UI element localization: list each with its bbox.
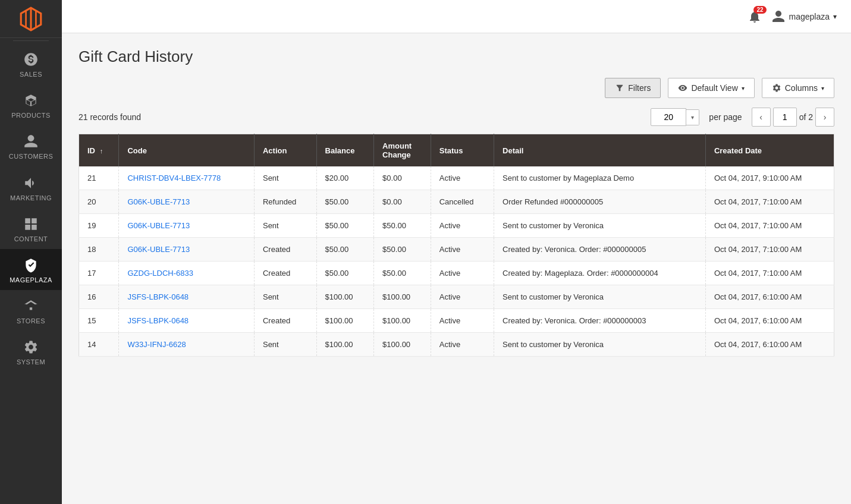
toolbar: Filters Default View ▾ Columns ▾	[78, 78, 834, 98]
per-page-arrow-icon[interactable]: ▾	[686, 109, 699, 125]
cell-detail: Sent to customer by Veronica	[494, 214, 706, 238]
default-view-label: Default View	[691, 83, 737, 93]
topbar-right: 22 mageplaza ▾	[748, 10, 837, 24]
col-amount-change[interactable]: AmountChange	[374, 134, 431, 167]
table-row: 14 W33J-IFNJ-6628 Sent $100.00 $100.00 A…	[79, 333, 834, 357]
code-link[interactable]: W33J-IFNJ-6628	[127, 340, 186, 349]
code-link[interactable]: JSFS-LBPK-0648	[127, 292, 189, 301]
cell-amount-change: $0.00	[374, 190, 431, 214]
cell-detail: Sent to customer by Mageplaza Demo	[494, 166, 706, 190]
table-header-row: ID ↑ Code Action Balance AmountChange St…	[79, 134, 834, 167]
megaphone-icon	[23, 175, 39, 191]
cell-code[interactable]: GZDG-LDCH-6833	[119, 262, 254, 285]
cell-action: Refunded	[254, 190, 316, 214]
cell-code[interactable]: CHRIST-DBV4-LBEX-7778	[119, 166, 254, 190]
cell-detail: Order Refunded #000000005	[494, 190, 706, 214]
cell-status: Active	[431, 214, 494, 238]
page-nav: ‹ of 2 ›	[752, 108, 834, 127]
gear-icon	[23, 339, 39, 355]
code-link[interactable]: GZDG-LDCH-6833	[127, 269, 193, 278]
page-number-input[interactable]	[773, 108, 797, 127]
cell-code[interactable]: JSFS-LBPK-0648	[119, 309, 254, 333]
columns-button[interactable]: Columns ▾	[762, 78, 834, 98]
cell-created-date: Oct 04, 2017, 6:10:00 AM	[705, 285, 834, 309]
filter-icon	[615, 83, 624, 93]
user-menu-button[interactable]: mageplaza ▾	[771, 10, 837, 24]
col-detail[interactable]: Detail	[494, 134, 706, 167]
cell-detail: Sent to customer by Veronica	[494, 285, 706, 309]
cell-amount-change: $100.00	[374, 309, 431, 333]
filters-button-label: Filters	[628, 83, 651, 93]
per-page-select[interactable]: 20 50 100 200 ▾	[651, 108, 699, 126]
cell-code[interactable]: G06K-UBLE-7713	[119, 190, 254, 214]
dollar-icon	[23, 52, 39, 67]
default-view-button[interactable]: Default View ▾	[668, 78, 754, 98]
prev-page-button[interactable]: ‹	[752, 108, 771, 127]
table-row: 18 G06K-UBLE-7713 Created $50.00 $50.00 …	[79, 238, 834, 262]
sidebar-item-marketing[interactable]: MARKETING	[0, 167, 62, 208]
cell-id: 16	[79, 285, 119, 309]
cell-status: Active	[431, 309, 494, 333]
notifications-button[interactable]: 22	[748, 10, 762, 24]
page-of-label: of 2	[799, 112, 813, 122]
next-page-button[interactable]: ›	[815, 108, 834, 127]
sidebar-item-content[interactable]: CONTENT	[0, 208, 62, 249]
cell-code[interactable]: W33J-IFNJ-6628	[119, 333, 254, 357]
table-row: 16 JSFS-LBPK-0648 Sent $100.00 $100.00 A…	[79, 285, 834, 309]
table-row: 17 GZDG-LDCH-6833 Created $50.00 $50.00 …	[79, 262, 834, 285]
cell-code[interactable]: JSFS-LBPK-0648	[119, 285, 254, 309]
person-icon	[23, 134, 39, 149]
cell-status: Active	[431, 262, 494, 285]
sidebar-item-mageplaza[interactable]: MAGEPLAZA	[0, 249, 62, 290]
cell-action: Created	[254, 238, 316, 262]
code-link[interactable]: CHRIST-DBV4-LBEX-7778	[127, 174, 221, 182]
col-id[interactable]: ID ↑	[79, 134, 119, 167]
cell-code[interactable]: G06K-UBLE-7713	[119, 214, 254, 238]
table-row: 19 G06K-UBLE-7713 Sent $50.00 $50.00 Act…	[79, 214, 834, 238]
content-area: Gift Card History Filters Default View ▾	[62, 33, 851, 504]
pagination: 20 50 100 200 ▾ per page ‹ of 2 ›	[651, 108, 834, 127]
code-link[interactable]: G06K-UBLE-7713	[127, 245, 190, 254]
cell-created-date: Oct 04, 2017, 9:10:00 AM	[705, 166, 834, 190]
filters-button[interactable]: Filters	[605, 78, 661, 98]
sidebar-item-system[interactable]: SYSTEM	[0, 331, 62, 372]
sidebar-item-customers-label: CUSTOMERS	[9, 153, 54, 160]
cell-status: Active	[431, 285, 494, 309]
data-table: ID ↑ Code Action Balance AmountChange St…	[78, 134, 834, 357]
cell-amount-change: $50.00	[374, 238, 431, 262]
sidebar-item-sales[interactable]: SALES	[0, 43, 62, 84]
user-avatar-icon	[771, 10, 786, 24]
cell-balance: $50.00	[316, 238, 374, 262]
code-link[interactable]: G06K-UBLE-7713	[127, 221, 190, 230]
col-action[interactable]: Action	[254, 134, 316, 167]
col-code[interactable]: Code	[119, 134, 254, 167]
table-row: 21 CHRIST-DBV4-LBEX-7778 Sent $20.00 $0.…	[79, 166, 834, 190]
cell-amount-change: $0.00	[374, 166, 431, 190]
sidebar-item-stores[interactable]: STORES	[0, 290, 62, 331]
code-link[interactable]: G06K-UBLE-7713	[127, 197, 190, 206]
sidebar-item-products[interactable]: PRODUCTS	[0, 84, 62, 125]
cell-balance: $100.00	[316, 333, 374, 357]
cell-code[interactable]: G06K-UBLE-7713	[119, 238, 254, 262]
cell-id: 21	[79, 166, 119, 190]
col-created-date[interactable]: Created Date	[705, 134, 834, 167]
cell-balance: $20.00	[316, 166, 374, 190]
cell-created-date: Oct 04, 2017, 6:10:00 AM	[705, 333, 834, 357]
cell-balance: $50.00	[316, 262, 374, 285]
view-chevron-icon: ▾	[742, 85, 745, 92]
col-balance[interactable]: Balance	[316, 134, 374, 167]
cell-created-date: Oct 04, 2017, 7:10:00 AM	[705, 262, 834, 285]
user-name: mageplaza	[789, 12, 830, 21]
cell-amount-change: $100.00	[374, 333, 431, 357]
sidebar-item-customers[interactable]: CUSTOMERS	[0, 125, 62, 166]
app-logo[interactable]	[0, 0, 62, 38]
columns-chevron-icon: ▾	[821, 85, 824, 92]
code-link[interactable]: JSFS-LBPK-0648	[127, 316, 189, 325]
sidebar-item-content-label: CONTENT	[14, 235, 48, 243]
sidebar-item-stores-label: STORES	[17, 317, 45, 325]
per-page-dropdown[interactable]: 20 50 100 200	[651, 108, 686, 126]
col-status[interactable]: Status	[431, 134, 494, 167]
sidebar-item-system-label: SYSTEM	[17, 358, 45, 366]
cell-action: Sent	[254, 333, 316, 357]
cell-detail: Sent to customer by Veronica	[494, 333, 706, 357]
